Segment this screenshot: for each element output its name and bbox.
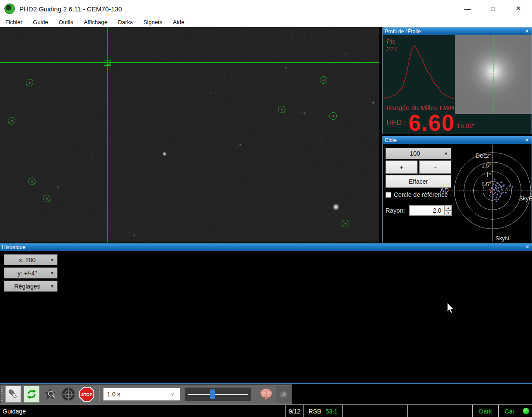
target-title: Cible — [385, 137, 524, 143]
snr-value: 53.1 — [325, 408, 337, 415]
advanced-settings-button[interactable] — [258, 386, 274, 403]
statusbar: Guidage 9/12 RSB 53.1 Dark Cal — [0, 404, 532, 417]
field-star — [332, 203, 339, 210]
status-cal-indicator: Cal — [499, 405, 520, 417]
target-zoom-value: 100 — [386, 150, 444, 157]
menu-guide[interactable]: Guide — [28, 19, 54, 25]
app-icon — [4, 4, 15, 14]
history-yscale-value: y: +/-4" — [4, 270, 50, 277]
svg-text:AD: AD — [440, 187, 449, 194]
camera-view[interactable] — [0, 27, 379, 242]
connect-equipment-button[interactable] — [5, 386, 21, 403]
field-star — [133, 234, 135, 236]
field-star — [281, 108, 283, 111]
menu-outils[interactable]: Outils — [54, 19, 79, 25]
centroid-marker: + — [492, 71, 495, 77]
exposure-dropdown[interactable]: 1.0 s ˅ — [103, 388, 180, 401]
status-frame-counter: 9/12 — [286, 405, 304, 417]
toolbar-grip-handle[interactable] — [1, 387, 3, 402]
chevron-down-icon: ▼ — [50, 257, 54, 262]
history-settings-value: Réglages — [4, 283, 50, 290]
close-button[interactable]: ✕ — [508, 2, 528, 15]
field-star — [11, 120, 13, 122]
hfd-arcsec-value: 15.92" — [457, 122, 475, 129]
field-star — [344, 222, 347, 225]
field-star — [210, 92, 211, 94]
chevron-down-icon: ▼ — [50, 284, 54, 289]
phd2-window: PHD2 Guiding 2.6.11 - CEM70-130 — □ ✕ Fi… — [0, 0, 532, 417]
menu-affichage[interactable]: Affichage — [79, 19, 113, 25]
status-empty-2 — [408, 405, 473, 417]
field-star — [322, 79, 325, 82]
menu-fichier[interactable]: Fichier — [0, 19, 28, 25]
close-icon[interactable]: ✕ — [524, 137, 530, 143]
svg-text:1": 1" — [486, 172, 491, 178]
history-settings-dropdown[interactable]: Réglages ▼ — [4, 281, 57, 292]
status-snr: RSB 53.1 — [304, 405, 343, 417]
status-empty-1 — [343, 405, 408, 417]
hfd-label: HFD : — [386, 118, 406, 127]
star-profile-panel: Profil de l'Étoile ✕ Pic 227 Rangée du M… — [382, 27, 532, 134]
menu-signets[interactable]: Signets — [138, 19, 168, 25]
menu-darks[interactable]: Darks — [113, 19, 138, 25]
history-xscale-dropdown[interactable]: x: 200 ▼ — [4, 254, 57, 265]
menubar: Fichier Guide Outils Affichage Darks Sig… — [0, 18, 532, 27]
titlebar: PHD2 Guiding 2.6.11 - CEM70-130 — □ ✕ — [0, 0, 532, 18]
close-icon[interactable]: ✕ — [525, 244, 530, 250]
stop-sign-icon: STOP — [79, 386, 95, 402]
toolbar-separator — [99, 386, 100, 402]
stop-button[interactable]: STOP — [79, 386, 95, 403]
exposure-value: 1.0 s — [107, 391, 171, 398]
history-xscale-value: x: 200 — [4, 257, 50, 264]
field-star — [46, 197, 48, 200]
loop-exposures-button[interactable] — [24, 386, 39, 403]
window-title: PHD2 Guiding 2.6.11 - CEM70-130 — [19, 5, 122, 13]
sensor-noise — [0, 27, 379, 242]
target-bullseye-plot: Dec2"1.5"1"0.5"ADSkyESkyN — [440, 144, 532, 242]
field-star — [31, 180, 33, 183]
field-star — [332, 115, 335, 118]
target-panel: Cible ✕ 100 ▼ + - Effacer Cercle de réfé… — [382, 136, 532, 242]
loop-arrows-icon — [25, 388, 38, 400]
svg-text:STOP: STOP — [81, 392, 93, 397]
target-zoom-in-button[interactable]: + — [386, 160, 418, 174]
star-profile-curve — [384, 43, 454, 103]
history-yscale-dropdown[interactable]: y: +/-4" ▼ — [4, 267, 57, 278]
guide-star-thumbnail: + — [455, 35, 532, 114]
maximize-button[interactable]: □ — [483, 2, 503, 15]
crosshair-horizontal-line — [0, 62, 379, 63]
reference-circle-checkbox[interactable] — [386, 192, 391, 198]
close-icon[interactable]: ✕ — [524, 29, 530, 34]
usb-connector-icon — [7, 388, 19, 400]
status-state: Guidage — [0, 405, 286, 417]
star-profile-titlebar: Profil de l'Étoile ✕ — [383, 28, 532, 35]
status-dark-indicator: Dark — [473, 405, 499, 417]
field-star — [91, 92, 93, 94]
svg-text:Dec: Dec — [475, 152, 486, 159]
camera-wrench-icon — [278, 388, 290, 400]
menu-aide[interactable]: Aide — [168, 19, 189, 25]
history-titlebar: Historique ✕ — [0, 243, 532, 251]
start-guiding-button[interactable] — [61, 386, 76, 403]
auto-select-star-button[interactable] — [42, 386, 58, 403]
field-star — [239, 143, 241, 146]
stretch-slider[interactable] — [185, 388, 251, 401]
svg-text:1.5": 1.5" — [482, 163, 491, 169]
guide-target-icon — [61, 387, 76, 402]
field-star — [21, 158, 23, 160]
slider-thumb[interactable] — [210, 389, 215, 399]
slider-track[interactable] — [188, 394, 248, 395]
hfd-value: 6.60 — [408, 113, 454, 132]
radius-label: Rayon: — [386, 207, 405, 214]
radius-input[interactable]: 2.0 — [409, 205, 444, 216]
chevron-down-icon: ˅ — [171, 392, 174, 397]
mouse-cursor — [446, 303, 455, 314]
field-star — [285, 66, 287, 68]
camera-settings-button[interactable] — [276, 386, 292, 403]
svg-text:SkyN: SkyN — [495, 235, 509, 242]
svg-text:SkyE: SkyE — [519, 195, 532, 202]
star-magnifier-icon — [43, 388, 57, 401]
status-connection — [520, 405, 532, 417]
field-star — [29, 82, 31, 84]
minimize-button[interactable]: — — [457, 2, 478, 15]
